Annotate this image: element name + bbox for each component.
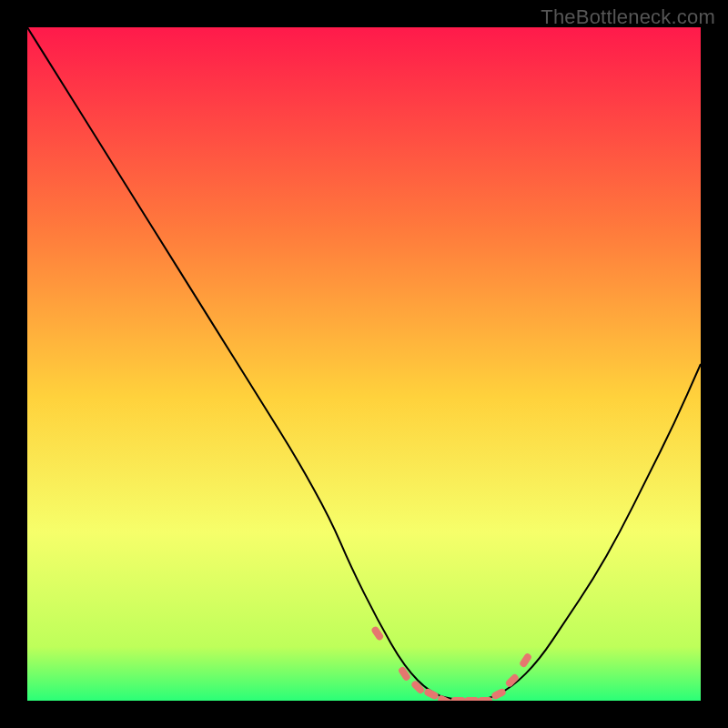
watermark-text: TheBottleneck.com: [541, 5, 715, 29]
chart-container: TheBottleneck.com: [0, 0, 728, 728]
optimum-marker: [478, 697, 492, 701]
plot-area: [27, 27, 701, 701]
optimum-marker: [451, 697, 466, 701]
gradient-background: [27, 27, 701, 701]
optimum-marker: [464, 697, 479, 701]
chart-svg: [27, 27, 701, 701]
